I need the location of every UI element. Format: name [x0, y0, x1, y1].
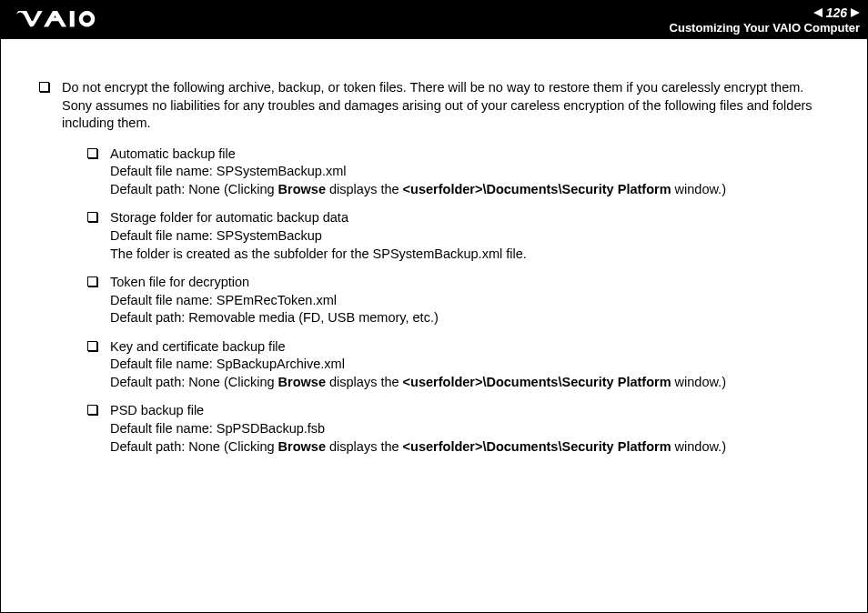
item-title: Key and certificate backup file	[110, 338, 726, 357]
item-title: Storage folder for automatic backup data	[110, 209, 527, 227]
list-item: Do not encrypt the following archive, ba…	[39, 79, 840, 467]
item-title: Automatic backup file	[110, 146, 726, 164]
item-title: Token file for decryption	[110, 274, 439, 292]
intro-paragraph-2: Sony assumes no liabilities for any trou…	[62, 97, 840, 133]
item-line: Default file name: SpBackupArchive.xml	[110, 356, 726, 374]
svg-rect-0	[70, 11, 75, 27]
item-line: The folder is created as the subfolder f…	[110, 246, 527, 264]
checkbox-bullet-icon	[87, 276, 97, 286]
list-item: Automatic backup file Default file name:…	[87, 146, 840, 199]
list-item: Token file for decryption Default file n…	[87, 274, 840, 327]
item-line: Default path: None (Clicking Browse disp…	[110, 374, 726, 392]
page-number-nav: 126	[670, 5, 860, 21]
page-number: 126	[826, 5, 847, 21]
list-item: PSD backup file Default file name: SpPSD…	[87, 402, 840, 456]
vaio-logo	[12, 11, 112, 29]
item-line: Default file name: SpPSDBackup.fsb	[110, 420, 726, 438]
page-content: Do not encrypt the following archive, ba…	[1, 39, 867, 467]
checkbox-bullet-icon	[87, 212, 97, 222]
page-header: 126 Customizing Your VAIO Computer	[1, 1, 867, 39]
item-line: Default file name: SPEmRecToken.xml	[110, 292, 439, 310]
item-line: Default file name: SPSystemBackup.xml	[110, 163, 726, 181]
list-item: Storage folder for automatic backup data…	[87, 209, 840, 263]
checkbox-bullet-icon	[87, 148, 97, 158]
intro-paragraph-1: Do not encrypt the following archive, ba…	[62, 79, 840, 97]
item-title: PSD backup file	[110, 402, 726, 420]
item-line: Default path: Removable media (FD, USB m…	[110, 309, 439, 327]
item-line: Default file name: SPSystemBackup	[110, 227, 527, 246]
item-line: Default path: None (Clicking Browse disp…	[110, 181, 726, 199]
checkbox-bullet-icon	[87, 341, 97, 351]
checkbox-bullet-icon	[39, 82, 49, 92]
section-title: Customizing Your VAIO Computer	[670, 21, 860, 35]
next-page-icon[interactable]	[851, 8, 860, 17]
checkbox-bullet-icon	[87, 405, 97, 415]
item-line: Default path: None (Clicking Browse disp…	[110, 438, 726, 457]
list-item: Key and certificate backup file Default …	[87, 338, 840, 392]
prev-page-icon[interactable]	[813, 8, 823, 17]
